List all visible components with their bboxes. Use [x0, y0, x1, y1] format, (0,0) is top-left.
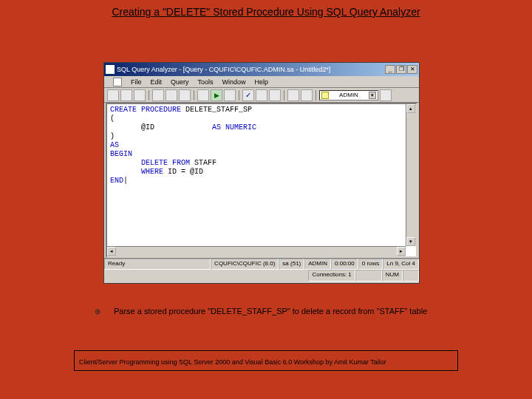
minimize-button[interactable]: _	[385, 65, 395, 74]
execute-mode-icon[interactable]	[197, 89, 209, 101]
editor-area: CREATE PROCEDURE DELETE_STAFF_SP ( @ID A…	[106, 103, 417, 258]
scroll-left-icon[interactable]: ◂	[107, 247, 116, 256]
chevron-down-icon[interactable]: ▾	[369, 92, 376, 99]
status-db: ADMIN	[304, 259, 331, 270]
menu-edit[interactable]: Edit	[151, 78, 163, 86]
mdi-icon	[113, 78, 122, 86]
separator	[194, 90, 194, 100]
options-icon[interactable]	[380, 89, 392, 101]
vertical-scrollbar[interactable]: ▴ ▾	[406, 104, 416, 246]
slide-title: Creating a "DELETE" Stored Procedure Usi…	[0, 0, 532, 21]
status-user: sa (51)	[279, 259, 304, 270]
maximize-button[interactable]: ❐	[396, 65, 406, 74]
footer-text: Client/Server Programming using SQL Serv…	[79, 358, 386, 366]
new-query-icon[interactable]	[107, 89, 119, 101]
toolbar: ▶ ✓ ADMIN ▾	[104, 88, 419, 103]
status-rows: 0 rows	[358, 259, 383, 270]
status-time: 0:00:00	[331, 259, 358, 270]
database-combo[interactable]: ADMIN ▾	[319, 90, 378, 100]
menu-file[interactable]: File	[131, 78, 142, 86]
results-grid-icon[interactable]	[269, 89, 281, 101]
app-statusbar: Connections: 1 NUM	[104, 270, 419, 282]
stop-icon[interactable]	[224, 89, 236, 101]
bullet-icon: ⊕	[95, 307, 100, 316]
status-grip	[403, 270, 419, 282]
database-combo-value: ADMIN	[339, 92, 358, 98]
menu-help[interactable]: Help	[255, 78, 269, 86]
find-icon[interactable]	[179, 89, 191, 101]
parse-icon[interactable]: ✓	[242, 89, 254, 101]
save-icon[interactable]	[134, 89, 146, 101]
menu-window[interactable]: Window	[222, 78, 246, 86]
scroll-up-icon[interactable]: ▴	[406, 104, 415, 113]
status-pos: Ln 9, Col 4	[383, 259, 419, 270]
copy-icon[interactable]	[166, 89, 177, 101]
separator	[284, 90, 284, 100]
app-icon	[106, 65, 115, 74]
separator	[149, 90, 149, 100]
object-search-icon[interactable]	[301, 89, 313, 101]
sql-editor[interactable]: CREATE PROCEDURE DELETE_STAFF_SP ( @ID A…	[107, 104, 416, 187]
scroll-right-icon[interactable]: ▸	[397, 247, 406, 256]
footer-box: Client/Server Programming using SQL Serv…	[74, 350, 458, 371]
menu-query[interactable]: Query	[171, 78, 189, 86]
execute-icon[interactable]: ▶	[211, 89, 222, 101]
bullet-row: ⊕ Parse a stored procedure "DELETE_STAFF…	[95, 307, 442, 316]
status-ready: Ready	[104, 259, 211, 270]
query-analyzer-window: SQL Query Analyzer - [Query - CQUFIC\CQU…	[103, 62, 420, 284]
status-blank	[355, 270, 382, 282]
separator	[316, 90, 316, 100]
cut-icon[interactable]	[152, 89, 164, 101]
scroll-down-icon[interactable]: ▾	[406, 237, 415, 246]
status-num: NUM	[382, 270, 403, 282]
close-button[interactable]: ✕	[407, 65, 417, 74]
status-server: CQUFIC\CQUFIC (8.0)	[211, 259, 279, 270]
menu-tools[interactable]: Tools	[198, 78, 214, 86]
menubar: File Edit Query Tools Window Help	[104, 76, 419, 88]
separator	[239, 90, 239, 100]
object-browser-icon[interactable]	[287, 89, 299, 101]
horizontal-scrollbar[interactable]: ◂ ▸	[107, 246, 406, 256]
database-icon	[321, 92, 329, 99]
status-connections: Connections: 1	[308, 270, 355, 282]
bullet-text: Parse a stored procedure "DELETE_STAFF_S…	[114, 307, 427, 316]
window-title: SQL Query Analyzer - [Query - CQUFIC\CQU…	[117, 66, 385, 73]
titlebar: SQL Query Analyzer - [Query - CQUFIC\CQU…	[104, 63, 419, 76]
open-icon[interactable]	[120, 89, 132, 101]
display-plan-icon[interactable]	[256, 89, 267, 101]
statusbar: Ready CQUFIC\CQUFIC (8.0) sa (51) ADMIN …	[104, 258, 419, 270]
